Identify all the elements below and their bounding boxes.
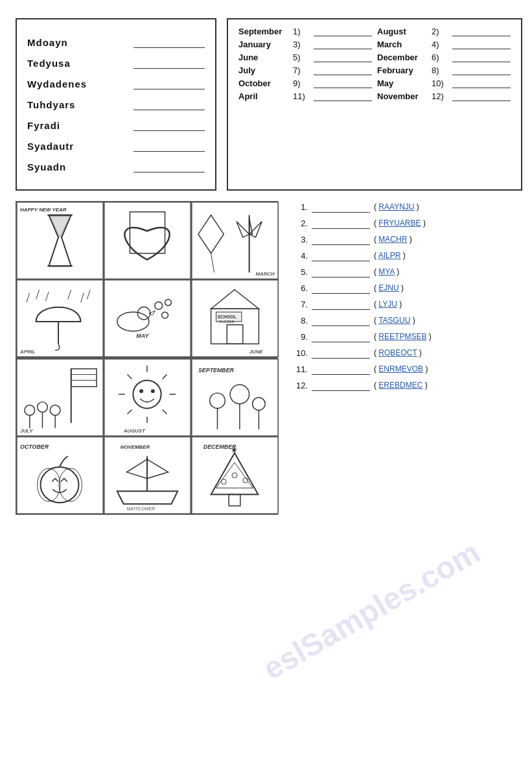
scrambled-letter: U	[394, 219, 400, 228]
svg-text:MARCH: MARCH	[255, 271, 275, 277]
svg-text:JUNE: JUNE	[249, 349, 264, 355]
scrambled-word: ( FRYUARBE )	[374, 219, 426, 228]
scrambled-letter: R	[389, 364, 395, 373]
svg-rect-6	[192, 202, 278, 279]
scrambled-letter: E	[412, 381, 417, 390]
scrambled-letter: T	[412, 348, 417, 357]
month-answer-line[interactable]	[314, 52, 372, 62]
month-number: 4)	[432, 40, 450, 49]
scrambled-letter: M	[378, 235, 385, 244]
unscramble-month-row: 4. ( AILPR )	[294, 250, 516, 261]
month-answer-input[interactable]	[312, 347, 370, 359]
month-answer-input[interactable]	[312, 331, 370, 342]
svg-point-56	[139, 389, 143, 393]
month-number: 6)	[432, 53, 450, 62]
month-answer-line[interactable]	[452, 91, 511, 101]
row-number: 4.	[294, 251, 308, 261]
answer-line[interactable]	[133, 57, 205, 69]
scramble-word: Syadautr	[27, 141, 131, 152]
scrambled-letter: N	[387, 283, 393, 292]
month-name: May	[377, 78, 429, 88]
month-image-cell: SEPTEMBER	[191, 359, 279, 436]
svg-rect-4	[104, 202, 191, 279]
answer-line[interactable]	[133, 161, 205, 172]
month-answer-input[interactable]	[312, 217, 370, 229]
scrambled-letter: U	[399, 316, 405, 325]
month-answer-line[interactable]	[452, 26, 511, 36]
month-answer-line[interactable]	[314, 65, 372, 75]
month-answer-input[interactable]	[312, 282, 370, 294]
month-image-cell: APRIL	[16, 279, 104, 357]
month-answer-input[interactable]	[312, 363, 370, 375]
svg-text:HAPPY NEW YEAR: HAPPY NEW YEAR	[20, 207, 67, 213]
scramble-row: Fyradi	[27, 119, 205, 131]
scrambled-letter: E	[389, 381, 395, 390]
month-name: January	[238, 40, 290, 49]
month-answer-input[interactable]	[312, 298, 370, 310]
month-answer-line[interactable]	[452, 65, 511, 75]
month-answer-input[interactable]	[312, 250, 370, 261]
month-number: 8)	[432, 65, 450, 75]
month-name: March	[377, 40, 429, 49]
month-answer-line[interactable]	[314, 78, 372, 88]
scrambled-letter: R	[378, 202, 384, 211]
month-answer-line[interactable]	[314, 26, 372, 36]
scrambled-letter: Y	[382, 300, 387, 309]
scramble-word: Mdoayn	[27, 37, 131, 48]
scrambled-word: ( MACHR )	[374, 235, 412, 244]
month-name: October	[238, 78, 290, 88]
svg-text:SEPTEMBER: SEPTEMBER	[198, 367, 235, 373]
month-answer-input[interactable]	[312, 233, 370, 245]
scrambled-letter: Y	[394, 202, 399, 211]
scrambled-word: ( LYJU )	[374, 300, 402, 309]
month-answer-line[interactable]	[452, 39, 511, 49]
month-answer-input[interactable]	[312, 314, 370, 326]
month-answer-input[interactable]	[312, 266, 370, 278]
svg-text:★: ★	[231, 445, 238, 455]
answer-line[interactable]	[133, 140, 205, 152]
month-answer-line[interactable]	[452, 78, 511, 88]
month-item: October 9)	[238, 78, 372, 88]
svg-text:OCTOBER: OCTOBER	[20, 444, 49, 450]
row-number: 1.	[294, 202, 308, 212]
svg-point-57	[151, 389, 155, 393]
scrambled-letter: E	[384, 332, 389, 341]
svg-rect-0	[17, 202, 103, 279]
scramble-row: Tuhdyars	[27, 99, 205, 110]
month-image-cell: AUGUST	[104, 359, 191, 436]
month-answer-input[interactable]	[312, 201, 370, 213]
month-item: September 1)	[238, 26, 372, 36]
month-image-cell: DECEMBER ★	[191, 436, 279, 514]
month-item: December 6)	[377, 52, 511, 62]
month-number: 12)	[432, 91, 450, 101]
answer-line[interactable]	[133, 119, 205, 131]
scrambled-letter: S	[388, 316, 393, 325]
month-number: 2)	[432, 27, 450, 36]
row-number: 11.	[294, 364, 308, 374]
month-item: May 10)	[377, 78, 511, 88]
scrambled-letter: B	[421, 332, 426, 341]
scrambled-letter: L	[386, 251, 390, 260]
answer-line[interactable]	[133, 99, 205, 110]
scrambled-letter: R	[384, 219, 389, 228]
month-image-cell: JULY	[16, 359, 104, 436]
month-answer-line[interactable]	[314, 39, 372, 49]
scrambled-letter: Y	[389, 219, 394, 228]
scrambled-letter: G	[393, 316, 399, 325]
scrambled-word: ( REETPMSEB )	[374, 332, 432, 341]
month-item: June 5)	[238, 52, 372, 62]
scrambled-word: ( MYA )	[374, 267, 399, 276]
month-answer-input[interactable]	[312, 379, 370, 391]
month-image-cell: MARCH	[191, 202, 279, 279]
svg-text:JULY: JULY	[20, 428, 33, 434]
scrambled-letter: U	[393, 283, 399, 292]
answer-line[interactable]	[133, 36, 205, 48]
month-answer-line[interactable]	[314, 91, 372, 101]
images-grid-top: HAPPY NEW YEAR MARCH	[16, 201, 278, 358]
month-answer-line[interactable]	[452, 52, 511, 62]
row-number: 3.	[294, 235, 308, 244]
scrambled-letter: A	[384, 202, 389, 211]
month-image-cell: HAPPY NEW YEAR	[16, 202, 104, 279]
images-grid-bottom: JULY AUGUST SEPTEMBER	[16, 358, 278, 515]
answer-line[interactable]	[133, 78, 205, 89]
